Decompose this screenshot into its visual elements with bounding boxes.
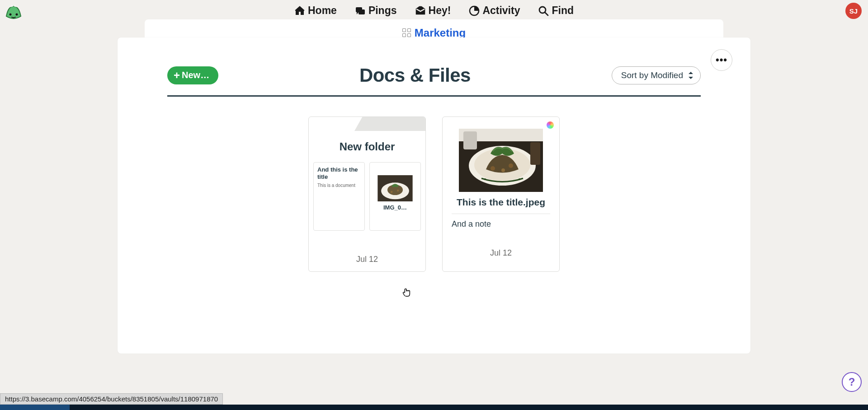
file-title: This is the title.jpeg bbox=[449, 196, 553, 208]
svg-point-11 bbox=[397, 189, 399, 191]
nav-find-label: Find bbox=[552, 5, 574, 17]
svg-point-19 bbox=[501, 168, 505, 172]
search-icon bbox=[538, 5, 549, 16]
mini-thumbnail bbox=[377, 175, 413, 201]
mini-document-title: And this is the title bbox=[317, 166, 361, 182]
items-grid: New folder And this is the title This is… bbox=[136, 116, 732, 272]
file-card[interactable]: This is the title.jpeg And a note Jul 12 bbox=[442, 116, 560, 272]
folder-title: New folder bbox=[309, 140, 425, 153]
activity-icon bbox=[469, 5, 480, 16]
svg-point-1 bbox=[16, 14, 18, 16]
color-label-icon bbox=[547, 121, 554, 129]
nav-activity-label: Activity bbox=[482, 5, 520, 17]
basecamp-logo[interactable] bbox=[4, 3, 24, 20]
nav-activity[interactable]: Activity bbox=[469, 5, 520, 17]
nav-hey-label: Hey! bbox=[429, 5, 451, 17]
svg-point-0 bbox=[9, 14, 12, 16]
nav-home-label: Home bbox=[308, 5, 337, 17]
file-note: And a note bbox=[449, 219, 553, 229]
project-icon bbox=[402, 28, 411, 37]
mini-image: IMG_0… bbox=[369, 162, 421, 231]
svg-point-18 bbox=[509, 163, 513, 168]
file-divider bbox=[452, 214, 550, 214]
pings-icon bbox=[355, 5, 366, 16]
home-icon bbox=[294, 5, 305, 16]
main-panel: ••• + New… Docs & Files Sort by Modified… bbox=[118, 37, 750, 354]
nav-pings-label: Pings bbox=[368, 5, 397, 17]
top-navigation: Home Pings Hey! Activity Find bbox=[0, 0, 868, 19]
nav-hey[interactable]: Hey! bbox=[415, 5, 451, 17]
mini-document-body: This is a document bbox=[317, 183, 361, 188]
sort-label: Sort by Modified bbox=[621, 70, 683, 80]
user-avatar[interactable]: SJ bbox=[845, 3, 862, 19]
svg-point-21 bbox=[519, 178, 520, 180]
folder-tab bbox=[363, 116, 426, 131]
new-button-label: New… bbox=[182, 70, 209, 80]
mini-image-label: IMG_0… bbox=[373, 204, 417, 211]
folder-contents: And this is the title This is a document bbox=[309, 153, 425, 240]
status-bar-url: https://3.basecamp.com/4056254/buckets/8… bbox=[0, 393, 223, 405]
file-thumbnail bbox=[459, 129, 543, 192]
more-options-button[interactable]: ••• bbox=[711, 49, 732, 71]
svg-rect-3 bbox=[359, 9, 365, 14]
nav-find[interactable]: Find bbox=[538, 5, 574, 17]
divider bbox=[167, 95, 701, 97]
folder-card[interactable]: New folder And this is the title This is… bbox=[308, 116, 426, 272]
page-title: Docs & Files bbox=[359, 65, 471, 86]
svg-rect-22 bbox=[530, 142, 540, 165]
svg-point-10 bbox=[391, 191, 393, 193]
mini-document: And this is the title This is a document bbox=[313, 162, 365, 231]
svg-line-6 bbox=[545, 12, 548, 15]
nav-home[interactable]: Home bbox=[294, 5, 337, 17]
toolbar: + New… Docs & Files Sort by Modified bbox=[136, 65, 732, 86]
hey-icon bbox=[415, 5, 426, 16]
help-button[interactable]: ? bbox=[842, 372, 862, 392]
nav-pings[interactable]: Pings bbox=[355, 5, 397, 17]
plus-icon: + bbox=[174, 70, 180, 81]
new-button[interactable]: + New… bbox=[167, 66, 218, 84]
svg-rect-14 bbox=[463, 131, 477, 149]
svg-point-20 bbox=[484, 178, 486, 180]
file-date: Jul 12 bbox=[449, 248, 553, 265]
svg-point-17 bbox=[491, 166, 495, 171]
sort-select[interactable]: Sort by Modified bbox=[612, 66, 701, 84]
os-taskbar bbox=[0, 405, 868, 410]
folder-date: Jul 12 bbox=[309, 255, 425, 271]
